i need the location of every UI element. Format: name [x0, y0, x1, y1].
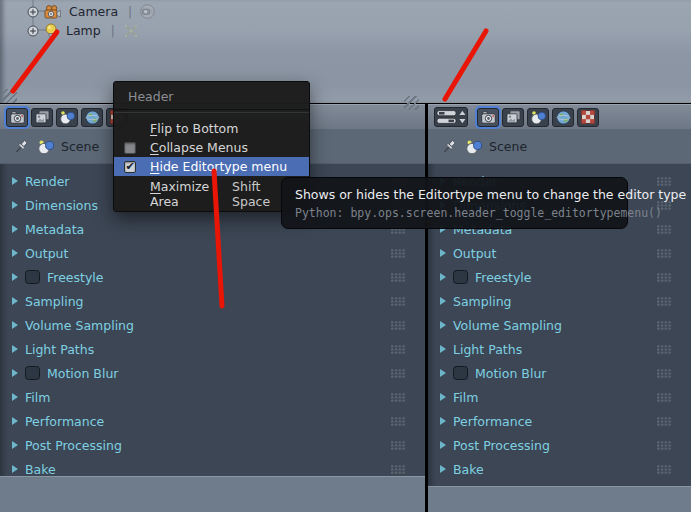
area-corner-widget[interactable]	[2, 89, 17, 103]
panel-section[interactable]: Motion Blur	[0, 361, 425, 385]
menu-item[interactable]: ✔ Collapse Menus	[114, 138, 309, 157]
expand-triangle-icon[interactable]	[440, 465, 446, 473]
area-corner-widget[interactable]	[404, 96, 419, 110]
expand-triangle-icon[interactable]	[440, 249, 446, 257]
expand-triangle-icon[interactable]	[12, 297, 18, 305]
panel-drag-dots[interactable]	[391, 297, 406, 306]
section-checkbox[interactable]	[453, 270, 468, 284]
panel-drag-dots[interactable]	[657, 177, 672, 186]
section-checkbox[interactable]	[25, 366, 40, 380]
panel-drag-dots[interactable]	[391, 345, 406, 354]
panel-section[interactable]: Light Paths	[428, 337, 691, 361]
outliner-separator: |	[126, 5, 134, 19]
lamp-data-icon[interactable]	[122, 23, 140, 39]
menu-item[interactable]: Flip to Bottom	[114, 119, 309, 138]
tab-world[interactable]	[552, 108, 574, 127]
panel-drag-dots[interactable]	[391, 273, 406, 282]
panel-section[interactable]: Freestyle	[0, 265, 425, 289]
expand-triangle-icon[interactable]	[440, 417, 446, 425]
pin-icon[interactable]	[12, 138, 30, 156]
tab-render[interactable]	[477, 108, 499, 127]
menu-item[interactable]: ✔ Hide Editortype menu	[114, 157, 309, 176]
panel-section[interactable]: Light Paths	[0, 337, 425, 361]
breadcrumb-label[interactable]: Scene	[489, 139, 527, 154]
expand-plus-icon[interactable]	[27, 25, 39, 37]
tab-world[interactable]	[81, 108, 103, 127]
section-label: Performance	[453, 414, 532, 429]
panel-section[interactable]: Volume Sampling	[428, 313, 691, 337]
panel-section[interactable]: Bake	[428, 457, 691, 481]
panel-section[interactable]: Performance	[428, 409, 691, 433]
outliner-item-lamp[interactable]: Lamp |	[0, 21, 156, 40]
tab-scene[interactable]	[56, 108, 78, 127]
expand-triangle-icon[interactable]	[440, 273, 446, 281]
panel-section[interactable]: Output	[0, 241, 425, 265]
editor-type-dropdown[interactable]	[434, 107, 468, 127]
expand-triangle-icon[interactable]	[440, 393, 446, 401]
panel-section[interactable]: Freestyle	[428, 265, 691, 289]
panel-drag-dots[interactable]	[391, 393, 406, 402]
panel-drag-dots[interactable]	[657, 417, 672, 426]
expand-triangle-icon[interactable]	[12, 321, 18, 329]
panel-drag-dots[interactable]	[391, 321, 406, 330]
expand-triangle-icon[interactable]	[440, 441, 446, 449]
expand-triangle-icon[interactable]	[440, 321, 446, 329]
panel-drag-dots[interactable]	[657, 369, 672, 378]
panel-drag-dots[interactable]	[657, 465, 672, 474]
panel-drag-dots[interactable]	[391, 369, 406, 378]
panel-drag-dots[interactable]	[657, 345, 672, 354]
expand-triangle-icon[interactable]	[12, 369, 18, 377]
menu-checkbox[interactable]: ✔	[124, 142, 136, 154]
panel-section[interactable]: Output	[428, 241, 691, 265]
tab-render[interactable]	[6, 108, 28, 127]
pin-icon[interactable]	[440, 138, 458, 156]
outliner-item-label[interactable]: Lamp	[63, 23, 104, 38]
panel-section[interactable]: Performance	[0, 409, 425, 433]
panel-drag-dots[interactable]	[657, 321, 672, 330]
expand-triangle-icon[interactable]	[12, 393, 18, 401]
menu-checkbox[interactable]: ✔	[124, 161, 136, 173]
panel-drag-dots[interactable]	[657, 393, 672, 402]
panel-drag-dots[interactable]	[657, 297, 672, 306]
expand-triangle-icon[interactable]	[440, 369, 446, 377]
panel-drag-dots[interactable]	[391, 249, 406, 258]
menu-item[interactable]: Maximize Area Shift Space	[114, 184, 309, 203]
expand-triangle-icon[interactable]	[12, 177, 18, 185]
expand-triangle-icon[interactable]	[440, 345, 446, 353]
panel-section[interactable]: Sampling	[0, 289, 425, 313]
expand-triangle-icon[interactable]	[12, 249, 18, 257]
panel-section[interactable]: Motion Blur	[428, 361, 691, 385]
expand-triangle-icon[interactable]	[440, 297, 446, 305]
tab-texture[interactable]	[577, 108, 599, 127]
expand-triangle-icon[interactable]	[12, 441, 18, 449]
expand-triangle-icon[interactable]	[12, 273, 18, 281]
expand-plus-icon[interactable]	[27, 6, 39, 18]
panel-drag-dots[interactable]	[657, 249, 672, 258]
section-checkbox[interactable]	[453, 366, 468, 380]
expand-triangle-icon[interactable]	[12, 201, 18, 209]
tab-render-layers[interactable]	[502, 108, 524, 127]
expand-triangle-icon[interactable]	[12, 225, 18, 233]
tab-scene[interactable]	[527, 108, 549, 127]
panel-section[interactable]: Post Processing	[428, 433, 691, 457]
panel-section[interactable]: Post Processing	[0, 433, 425, 457]
expand-triangle-icon[interactable]	[12, 417, 18, 425]
panel-drag-dots[interactable]	[391, 465, 406, 474]
panel-section[interactable]: Film	[428, 385, 691, 409]
expand-triangle-icon[interactable]	[12, 465, 18, 473]
breadcrumb-label[interactable]: Scene	[61, 139, 99, 154]
panel-section[interactable]: Sampling	[428, 289, 691, 313]
panel-section[interactable]: Volume Sampling	[0, 313, 425, 337]
panel-drag-dots[interactable]	[657, 273, 672, 282]
panel-drag-dots[interactable]	[657, 225, 672, 234]
camera-data-icon[interactable]	[139, 4, 156, 19]
section-checkbox[interactable]	[25, 270, 40, 284]
tab-render-layers[interactable]	[31, 108, 53, 127]
panel-drag-dots[interactable]	[391, 417, 406, 426]
panel-section[interactable]: Film	[0, 385, 425, 409]
outliner-item-label[interactable]: Camera	[66, 4, 121, 19]
outliner-item-camera[interactable]: Camera |	[0, 2, 156, 21]
panel-drag-dots[interactable]	[657, 441, 672, 450]
expand-triangle-icon[interactable]	[12, 345, 18, 353]
panel-drag-dots[interactable]	[391, 441, 406, 450]
